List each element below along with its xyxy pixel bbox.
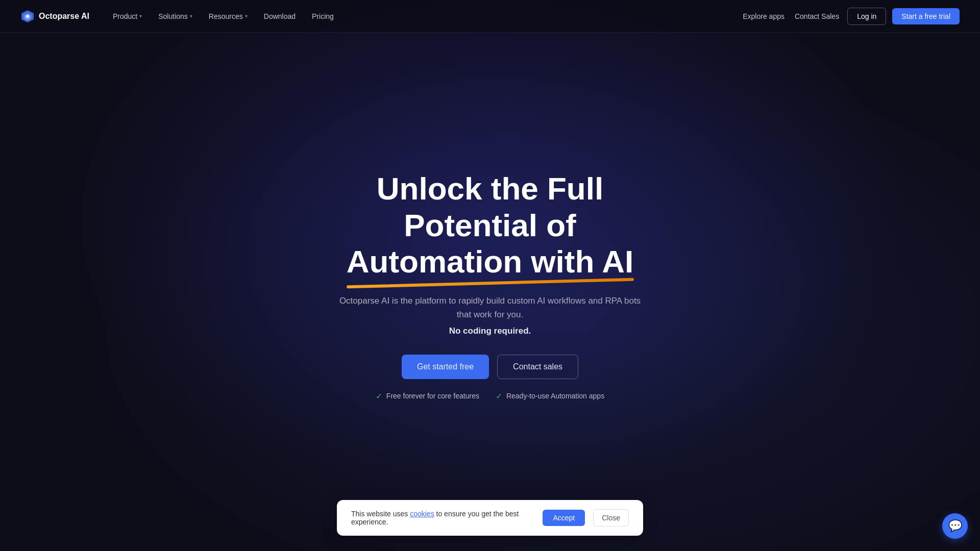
cookie-text: This website uses cookies to ensure you … xyxy=(351,510,534,526)
check-icon: ✓ xyxy=(376,391,382,401)
svg-point-3 xyxy=(26,15,29,18)
nav-main-links: Product ▾ Solutions ▾ Resources ▾ Downlo… xyxy=(106,8,341,24)
contact-sales-button[interactable]: Contact sales xyxy=(497,355,578,379)
cookie-link[interactable]: cookies xyxy=(410,510,434,518)
logo-text: Octoparse AI xyxy=(39,12,89,21)
nav-product[interactable]: Product ▾ xyxy=(106,8,149,24)
nav-explore-apps[interactable]: Explore apps xyxy=(741,8,787,24)
nav-pricing[interactable]: Pricing xyxy=(305,8,341,24)
nav-right-actions: Explore apps Contact Sales Log in Start … xyxy=(741,8,960,25)
hero-buttons: Get started free Contact sales xyxy=(402,355,578,379)
logo-icon xyxy=(20,9,35,23)
check-icon: ✓ xyxy=(496,391,502,401)
hero-checks: ✓ Free forever for core features ✓ Ready… xyxy=(376,391,604,401)
nav-contact-sales[interactable]: Contact Sales xyxy=(793,8,841,24)
hero-check-2: ✓ Ready-to-use Automation apps xyxy=(496,391,604,401)
get-started-button[interactable]: Get started free xyxy=(402,355,489,379)
chat-bubble[interactable]: 💬 xyxy=(942,513,968,539)
cookie-close-button[interactable]: Close xyxy=(593,509,629,527)
hero-section: Unlock the Full Potential of Automation … xyxy=(0,0,980,551)
hero-title: Unlock the Full Potential of Automation … xyxy=(311,170,669,280)
nav-solutions[interactable]: Solutions ▾ xyxy=(151,8,200,24)
nav-resources[interactable]: Resources ▾ xyxy=(202,8,255,24)
hero-subtitle: Octoparse AI is the platform to rapidly … xyxy=(337,294,643,321)
login-button[interactable]: Log in xyxy=(847,8,886,25)
chevron-down-icon: ▾ xyxy=(139,13,142,19)
cookie-banner: This website uses cookies to ensure you … xyxy=(337,500,643,536)
logo[interactable]: Octoparse AI xyxy=(20,9,89,23)
start-trial-button[interactable]: Start a free trial xyxy=(892,8,960,24)
chat-icon: 💬 xyxy=(948,519,962,533)
hero-subtitle-bold: No coding required. xyxy=(449,326,531,336)
chevron-down-icon: ▾ xyxy=(190,13,192,19)
hero-check-1: ✓ Free forever for core features xyxy=(376,391,479,401)
chevron-down-icon: ▾ xyxy=(245,13,248,19)
hero-title-highlight: Automation with AI xyxy=(347,243,634,280)
navbar: Octoparse AI Product ▾ Solutions ▾ Resou… xyxy=(0,0,980,33)
cookie-accept-button[interactable]: Accept xyxy=(543,510,585,526)
nav-download[interactable]: Download xyxy=(257,8,303,24)
